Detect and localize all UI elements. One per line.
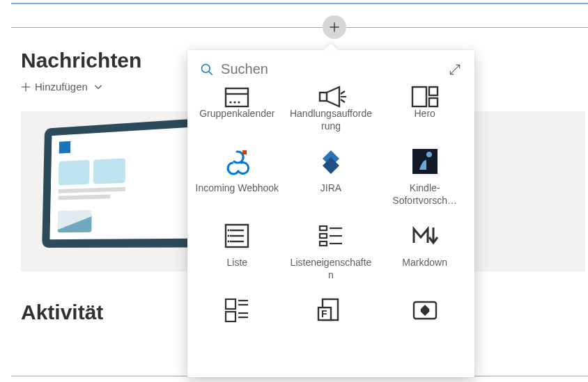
kindle-icon [410, 146, 440, 177]
webpart-tile-label: Incoming Webhook [196, 182, 279, 195]
webpart-tile-label: Gruppenkalender [199, 108, 274, 120]
webpart-tile-label: Liste [227, 257, 248, 269]
search-input[interactable] [221, 61, 440, 77]
hero-icon [410, 90, 440, 104]
powerapps-icon [410, 295, 440, 326]
chevron-down-icon [93, 82, 103, 92]
plus-icon [327, 20, 341, 34]
svg-line-5 [209, 71, 212, 74]
webpart-tile-jira[interactable]: JIRA [284, 141, 378, 215]
webpart-tile-markdown[interactable]: Markdown [378, 215, 472, 289]
section-divider [11, 27, 588, 28]
webpart-tile-kindle[interactable]: Kindle-Sofortvorsch… [378, 141, 472, 215]
megaphone-icon [316, 90, 346, 104]
calendar-icon [222, 90, 252, 104]
forms-icon [316, 295, 346, 326]
svg-point-4 [202, 64, 210, 72]
webpart-tile-label: Hero [414, 108, 435, 120]
webpart-tile-label: Listeneigenschaften [289, 257, 373, 281]
webpart-tile-label: JIRA [320, 182, 341, 195]
webpart-tile-more3[interactable] [378, 289, 472, 340]
webpart-tile-hero[interactable]: Hero [378, 84, 472, 141]
webpart-tile-more1[interactable] [190, 289, 284, 340]
webpart-tile-label: Kindle-Sofortvorsch… [383, 182, 467, 207]
webpart-picker-popover: GruppenkalenderHandlungsaufforderungHero… [187, 50, 474, 377]
webpart-tile-list-props[interactable]: Listeneigenschaften [284, 215, 378, 289]
search-icon [200, 62, 214, 77]
add-news-label: Hinzufügen [35, 81, 88, 93]
top-accent-rule [11, 3, 588, 4]
webhook-icon [222, 146, 252, 177]
webpart-tile-incoming-webhook[interactable]: Incoming Webhook [190, 141, 284, 215]
webpart-tile-label: Handlungsaufforderung [289, 108, 373, 132]
add-news-button[interactable]: Hinzufügen [21, 81, 103, 93]
jira-icon [316, 146, 346, 177]
list-icon [222, 221, 252, 251]
webpart-grid: GruppenkalenderHandlungsaufforderungHero… [187, 84, 474, 377]
markdown-icon [410, 221, 440, 251]
plus-icon [21, 82, 31, 92]
webpart-tile-group-calendar[interactable]: Gruppenkalender [190, 84, 284, 141]
webpart-tile-cta[interactable]: Handlungsaufforderung [284, 84, 378, 141]
webpart-tile-list[interactable]: Liste [190, 215, 284, 289]
list-props-icon [316, 221, 346, 251]
webpart-search[interactable] [200, 61, 440, 77]
add-section-button[interactable] [323, 15, 346, 39]
webpart-tile-label: Markdown [402, 257, 447, 269]
expand-icon[interactable] [448, 63, 462, 77]
svg-line-6 [450, 65, 459, 74]
popover-caret [324, 43, 338, 50]
layout-icon [222, 295, 252, 326]
webpart-tile-more2[interactable] [284, 289, 378, 340]
